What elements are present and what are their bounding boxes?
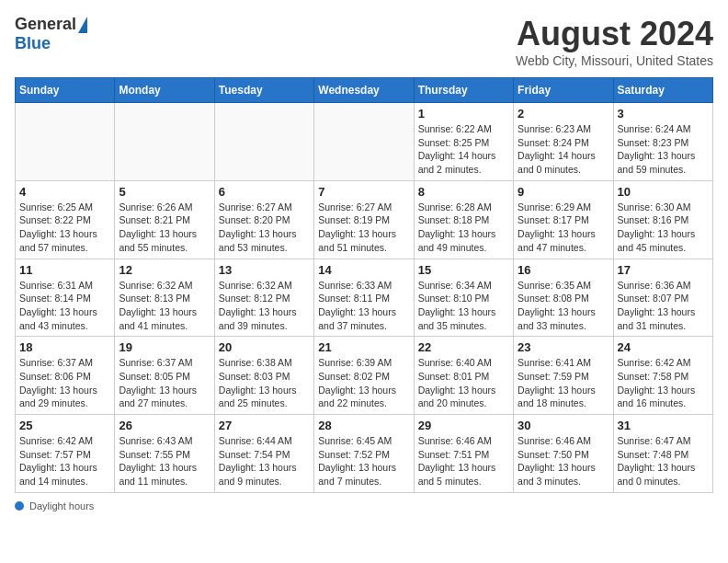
calendar-table: SundayMondayTuesdayWednesdayThursdayFrid… bbox=[15, 77, 713, 493]
cell-day-number: 11 bbox=[19, 263, 110, 277]
cell-day-number: 8 bbox=[418, 185, 509, 199]
cell-day-number: 4 bbox=[19, 185, 110, 199]
calendar-header: SundayMondayTuesdayWednesdayThursdayFrid… bbox=[16, 78, 713, 103]
cell-day-number: 17 bbox=[618, 263, 709, 277]
calendar-week-row: 18Sunrise: 6:37 AM Sunset: 8:06 PM Dayli… bbox=[16, 337, 713, 415]
cell-info-text: Sunrise: 6:31 AM Sunset: 8:14 PM Dayligh… bbox=[19, 279, 110, 333]
day-of-week-header: Thursday bbox=[414, 78, 513, 103]
cell-info-text: Sunrise: 6:23 AM Sunset: 8:24 PM Dayligh… bbox=[518, 122, 609, 177]
calendar-cell: 11Sunrise: 6:31 AM Sunset: 8:14 PM Dayli… bbox=[16, 259, 115, 337]
cell-info-text: Sunrise: 6:42 AM Sunset: 7:57 PM Dayligh… bbox=[19, 434, 110, 488]
cell-info-text: Sunrise: 6:47 AM Sunset: 7:48 PM Dayligh… bbox=[618, 434, 709, 488]
calendar-cell: 22Sunrise: 6:40 AM Sunset: 8:01 PM Dayli… bbox=[414, 337, 513, 415]
logo-general-text: General bbox=[15, 15, 76, 34]
day-of-week-header: Wednesday bbox=[314, 78, 414, 103]
calendar-week-row: 1Sunrise: 6:22 AM Sunset: 8:25 PM Daylig… bbox=[16, 103, 713, 181]
cell-info-text: Sunrise: 6:46 AM Sunset: 7:50 PM Dayligh… bbox=[518, 434, 609, 488]
calendar-cell: 29Sunrise: 6:46 AM Sunset: 7:51 PM Dayli… bbox=[414, 415, 513, 493]
day-of-week-header: Tuesday bbox=[214, 78, 313, 103]
calendar-cell: 27Sunrise: 6:44 AM Sunset: 7:54 PM Dayli… bbox=[214, 415, 313, 493]
cell-info-text: Sunrise: 6:34 AM Sunset: 8:10 PM Dayligh… bbox=[418, 279, 509, 333]
calendar-cell bbox=[115, 103, 214, 181]
cell-info-text: Sunrise: 6:22 AM Sunset: 8:25 PM Dayligh… bbox=[418, 122, 509, 177]
calendar-cell: 20Sunrise: 6:38 AM Sunset: 8:03 PM Dayli… bbox=[214, 337, 313, 415]
calendar-week-row: 4Sunrise: 6:25 AM Sunset: 8:22 PM Daylig… bbox=[16, 180, 713, 259]
calendar-body: 1Sunrise: 6:22 AM Sunset: 8:25 PM Daylig… bbox=[16, 103, 713, 493]
cell-day-number: 14 bbox=[318, 263, 409, 277]
subtitle: Webb City, Missouri, United States bbox=[516, 53, 713, 68]
calendar-cell: 21Sunrise: 6:39 AM Sunset: 8:02 PM Dayli… bbox=[314, 337, 414, 415]
calendar-cell: 2Sunrise: 6:23 AM Sunset: 8:24 PM Daylig… bbox=[514, 103, 613, 181]
cell-day-number: 2 bbox=[518, 107, 609, 121]
calendar-cell bbox=[314, 103, 414, 181]
title-area: August 2024 Webb City, Missouri, United … bbox=[516, 15, 713, 68]
cell-info-text: Sunrise: 6:26 AM Sunset: 8:21 PM Dayligh… bbox=[119, 201, 210, 255]
calendar-cell: 3Sunrise: 6:24 AM Sunset: 8:23 PM Daylig… bbox=[613, 103, 712, 181]
calendar-cell: 5Sunrise: 6:26 AM Sunset: 8:21 PM Daylig… bbox=[115, 180, 214, 259]
calendar-week-row: 11Sunrise: 6:31 AM Sunset: 8:14 PM Dayli… bbox=[16, 259, 713, 337]
calendar-cell: 13Sunrise: 6:32 AM Sunset: 8:12 PM Dayli… bbox=[214, 259, 313, 337]
cell-info-text: Sunrise: 6:36 AM Sunset: 8:07 PM Dayligh… bbox=[618, 279, 709, 333]
day-of-week-header: Friday bbox=[514, 78, 613, 103]
cell-info-text: Sunrise: 6:43 AM Sunset: 7:55 PM Dayligh… bbox=[119, 434, 210, 488]
cell-day-number: 28 bbox=[318, 419, 409, 432]
cell-day-number: 29 bbox=[418, 419, 509, 432]
cell-info-text: Sunrise: 6:32 AM Sunset: 8:12 PM Dayligh… bbox=[219, 279, 310, 333]
days-of-week-row: SundayMondayTuesdayWednesdayThursdayFrid… bbox=[16, 78, 713, 103]
cell-info-text: Sunrise: 6:32 AM Sunset: 8:13 PM Dayligh… bbox=[119, 279, 210, 333]
calendar-cell: 12Sunrise: 6:32 AM Sunset: 8:13 PM Dayli… bbox=[115, 259, 214, 337]
cell-info-text: Sunrise: 6:38 AM Sunset: 8:03 PM Dayligh… bbox=[219, 356, 310, 410]
day-of-week-header: Sunday bbox=[16, 78, 115, 103]
calendar-cell bbox=[214, 103, 313, 181]
cell-day-number: 1 bbox=[418, 107, 509, 121]
footer: Daylight hours bbox=[15, 500, 713, 511]
cell-day-number: 24 bbox=[618, 340, 709, 354]
cell-info-text: Sunrise: 6:24 AM Sunset: 8:23 PM Dayligh… bbox=[618, 122, 709, 177]
cell-day-number: 27 bbox=[219, 419, 310, 432]
calendar-cell: 1Sunrise: 6:22 AM Sunset: 8:25 PM Daylig… bbox=[414, 103, 513, 181]
cell-info-text: Sunrise: 6:44 AM Sunset: 7:54 PM Dayligh… bbox=[219, 434, 310, 488]
calendar-cell: 18Sunrise: 6:37 AM Sunset: 8:06 PM Dayli… bbox=[16, 337, 115, 415]
cell-info-text: Sunrise: 6:33 AM Sunset: 8:11 PM Dayligh… bbox=[318, 279, 409, 333]
cell-info-text: Sunrise: 6:27 AM Sunset: 8:20 PM Dayligh… bbox=[219, 201, 310, 255]
cell-info-text: Sunrise: 6:37 AM Sunset: 8:05 PM Dayligh… bbox=[119, 356, 210, 410]
cell-day-number: 12 bbox=[119, 263, 210, 277]
footer-dot-icon bbox=[15, 501, 24, 511]
cell-day-number: 22 bbox=[418, 340, 509, 354]
cell-day-number: 7 bbox=[318, 185, 409, 199]
calendar-cell: 4Sunrise: 6:25 AM Sunset: 8:22 PM Daylig… bbox=[16, 180, 115, 259]
header: General Blue August 2024 Webb City, Miss… bbox=[15, 15, 713, 68]
cell-info-text: Sunrise: 6:40 AM Sunset: 8:01 PM Dayligh… bbox=[418, 356, 509, 410]
cell-day-number: 20 bbox=[219, 340, 310, 354]
calendar-cell: 24Sunrise: 6:42 AM Sunset: 7:58 PM Dayli… bbox=[613, 337, 712, 415]
cell-day-number: 18 bbox=[19, 340, 110, 354]
day-of-week-header: Monday bbox=[115, 78, 214, 103]
calendar-cell: 10Sunrise: 6:30 AM Sunset: 8:16 PM Dayli… bbox=[613, 180, 712, 259]
calendar-cell: 26Sunrise: 6:43 AM Sunset: 7:55 PM Dayli… bbox=[115, 415, 214, 493]
calendar-cell: 31Sunrise: 6:47 AM Sunset: 7:48 PM Dayli… bbox=[613, 415, 712, 493]
calendar-cell: 16Sunrise: 6:35 AM Sunset: 8:08 PM Dayli… bbox=[514, 259, 613, 337]
cell-day-number: 30 bbox=[518, 419, 609, 432]
calendar-cell: 6Sunrise: 6:27 AM Sunset: 8:20 PM Daylig… bbox=[214, 180, 313, 259]
cell-day-number: 26 bbox=[119, 419, 210, 432]
logo-triangle-icon bbox=[78, 17, 87, 33]
logo-blue-text: Blue bbox=[15, 34, 51, 53]
calendar-cell: 7Sunrise: 6:27 AM Sunset: 8:19 PM Daylig… bbox=[314, 180, 414, 259]
cell-day-number: 3 bbox=[618, 107, 709, 121]
cell-day-number: 19 bbox=[119, 340, 210, 354]
cell-day-number: 5 bbox=[119, 185, 210, 199]
calendar-cell bbox=[16, 103, 115, 181]
cell-day-number: 10 bbox=[618, 185, 709, 199]
calendar-cell: 25Sunrise: 6:42 AM Sunset: 7:57 PM Dayli… bbox=[16, 415, 115, 493]
cell-day-number: 6 bbox=[219, 185, 310, 199]
cell-day-number: 16 bbox=[518, 263, 609, 277]
cell-info-text: Sunrise: 6:30 AM Sunset: 8:16 PM Dayligh… bbox=[618, 201, 709, 255]
cell-info-text: Sunrise: 6:42 AM Sunset: 7:58 PM Dayligh… bbox=[618, 356, 709, 410]
calendar-cell: 28Sunrise: 6:45 AM Sunset: 7:52 PM Dayli… bbox=[314, 415, 414, 493]
cell-info-text: Sunrise: 6:46 AM Sunset: 7:51 PM Dayligh… bbox=[418, 434, 509, 488]
cell-info-text: Sunrise: 6:35 AM Sunset: 8:08 PM Dayligh… bbox=[518, 279, 609, 333]
cell-day-number: 9 bbox=[518, 185, 609, 199]
cell-info-text: Sunrise: 6:28 AM Sunset: 8:18 PM Dayligh… bbox=[418, 201, 509, 255]
cell-info-text: Sunrise: 6:39 AM Sunset: 8:02 PM Dayligh… bbox=[318, 356, 409, 410]
main-title: August 2024 bbox=[516, 15, 713, 53]
